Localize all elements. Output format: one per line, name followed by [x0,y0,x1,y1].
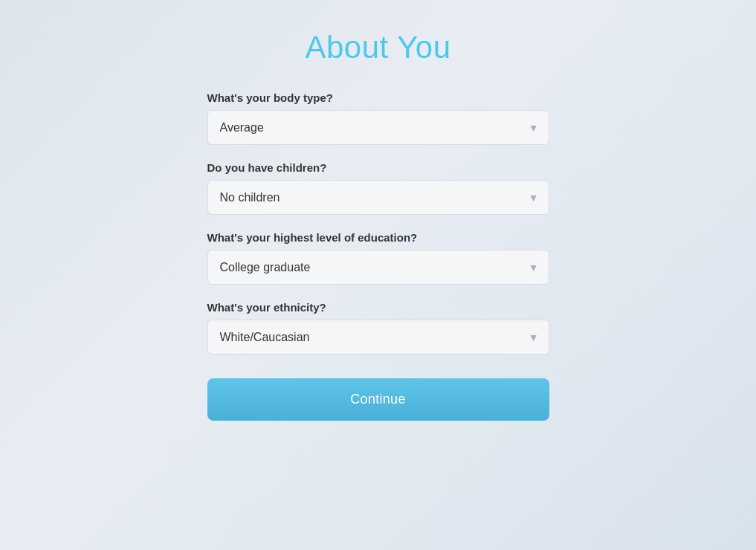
children-select[interactable]: No children Have children Have children … [207,180,549,215]
education-wrapper: High school Some college College graduat… [207,250,549,285]
children-label: Do you have children? [207,161,549,174]
page-title: About You [207,30,549,65]
ethnicity-select[interactable]: Asian Black/African descent Hispanic/Lat… [207,320,549,355]
body-type-wrapper: Slim Athletic Average A few extra pounds… [207,110,549,145]
education-label: What's your highest level of education? [207,231,549,244]
ethnicity-section: What's your ethnicity? Asian Black/Afric… [207,301,549,355]
children-section: Do you have children? No children Have c… [207,161,549,215]
education-select[interactable]: High school Some college College graduat… [207,250,549,285]
children-wrapper: No children Have children Have children … [207,180,549,215]
ethnicity-label: What's your ethnicity? [207,301,549,314]
body-type-section: What's your body type? Slim Athletic Ave… [207,91,549,145]
ethnicity-wrapper: Asian Black/African descent Hispanic/Lat… [207,320,549,355]
body-type-label: What's your body type? [207,91,549,104]
continue-button[interactable]: Continue [207,378,549,421]
page-container: About You What's your body type? Slim At… [207,15,549,436]
body-type-select[interactable]: Slim Athletic Average A few extra pounds… [207,110,549,145]
education-section: What's your highest level of education? … [207,231,549,285]
